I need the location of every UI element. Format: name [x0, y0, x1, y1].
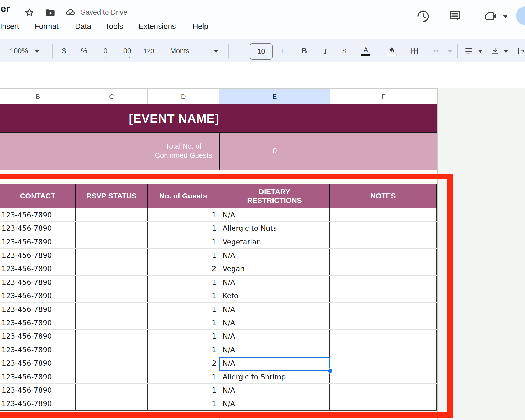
- column-header-f[interactable]: F: [330, 89, 437, 104]
- grid-line: [76, 418, 76, 420]
- merge-cells-caret[interactable]: [448, 50, 452, 53]
- text-wrap-button[interactable]: [515, 39, 525, 62]
- currency-format-button[interactable]: $: [58, 39, 70, 62]
- menu-help[interactable]: Help: [193, 22, 208, 31]
- menu-extensions[interactable]: Extensions: [139, 22, 176, 31]
- confirmed-guests-label-cell[interactable]: Total No. of Confirmed Guests: [148, 132, 219, 170]
- star-icon[interactable]: [24, 7, 35, 18]
- document-title-fragment[interactable]: er: [1, 3, 10, 14]
- fill-color-button[interactable]: [386, 39, 398, 62]
- text-color-letter: A: [364, 46, 368, 53]
- column-header-d[interactable]: D: [148, 89, 219, 104]
- font-family-caret[interactable]: [214, 50, 218, 53]
- vertical-align-caret[interactable]: [503, 50, 508, 53]
- grid-border: [330, 132, 330, 170]
- merge-cells-button[interactable]: [429, 39, 443, 62]
- toolbar-divider: [228, 44, 229, 58]
- saved-status: Saved to Drive: [81, 8, 127, 17]
- strikethrough-button[interactable]: S: [339, 39, 350, 62]
- font-size-input[interactable]: 10: [250, 43, 273, 60]
- menu-insert[interactable]: Insert: [0, 22, 19, 31]
- confirmed-guests-value-cell[interactable]: 0: [219, 132, 330, 170]
- horizontal-align-button[interactable]: [463, 39, 475, 62]
- toolbar-divider: [162, 44, 162, 58]
- vertical-align-button[interactable]: [489, 39, 501, 62]
- decrease-font-size-button[interactable]: −: [234, 39, 246, 62]
- column-header-row: B C D E F: [0, 88, 437, 105]
- font-family-select[interactable]: Monts...: [170, 39, 206, 62]
- menu-format[interactable]: Format: [34, 22, 59, 31]
- sheets-app: er Saved to Drive Insert Format Data Too…: [0, 0, 525, 420]
- summary-left-row-divider: [0, 145, 148, 145]
- titlebar: er Saved to Drive Insert Format Data Too…: [0, 0, 525, 39]
- column-header-c[interactable]: C: [76, 89, 148, 104]
- meet-dropdown-caret[interactable]: [503, 15, 508, 18]
- toolbar-divider: [52, 44, 52, 58]
- decrease-decimal-arrow-icon: ←: [104, 55, 109, 60]
- toolbar: 100% $ % .0 ← .00 → 123 Monts... − 10 + …: [0, 39, 525, 62]
- italic-button[interactable]: I: [320, 39, 331, 62]
- column-header-e-selected[interactable]: E: [219, 89, 330, 104]
- increase-decimal-arrow-icon: →: [126, 55, 131, 60]
- grid-line: [219, 418, 220, 420]
- event-name-banner-cell[interactable]: [EVENT NAME]: [0, 104, 437, 132]
- percent-format-button[interactable]: %: [78, 39, 90, 62]
- fill-color-bar: [387, 54, 397, 56]
- zoom-caret[interactable]: [35, 50, 39, 53]
- column-header-b[interactable]: B: [0, 89, 76, 104]
- text-color-bar: [361, 54, 370, 56]
- decrease-decimal-label: .0: [102, 47, 108, 55]
- increase-decimal-button[interactable]: .00 →: [118, 39, 135, 62]
- avatar[interactable]: [516, 6, 525, 25]
- toolbar-divider: [380, 44, 380, 58]
- borders-button[interactable]: [409, 39, 421, 62]
- increase-decimal-label: .00: [121, 47, 131, 55]
- increase-font-size-button[interactable]: +: [276, 39, 288, 62]
- toolbar-divider: [292, 44, 292, 58]
- annotation-rectangle: [0, 174, 453, 418]
- decrease-decimal-button[interactable]: .0 ←: [97, 39, 112, 62]
- text-color-button[interactable]: A: [360, 39, 372, 62]
- meet-video-icon[interactable]: [484, 9, 498, 23]
- zoom-select[interactable]: 100%: [6, 39, 32, 62]
- move-folder-icon[interactable]: [45, 7, 56, 18]
- grid-line: [330, 418, 330, 420]
- event-name-title: [EVENT NAME]: [0, 104, 348, 132]
- version-history-icon[interactable]: [416, 9, 430, 23]
- comments-icon[interactable]: [448, 9, 462, 23]
- number-format-button[interactable]: 123: [140, 39, 158, 62]
- menu-tools[interactable]: Tools: [105, 22, 123, 31]
- menu-data[interactable]: Data: [75, 22, 91, 31]
- toolbar-divider: [457, 44, 458, 58]
- grid-line: [148, 418, 148, 420]
- horizontal-align-caret[interactable]: [478, 50, 483, 53]
- bold-button[interactable]: B: [298, 39, 310, 62]
- saved-cloud-icon: [65, 7, 76, 18]
